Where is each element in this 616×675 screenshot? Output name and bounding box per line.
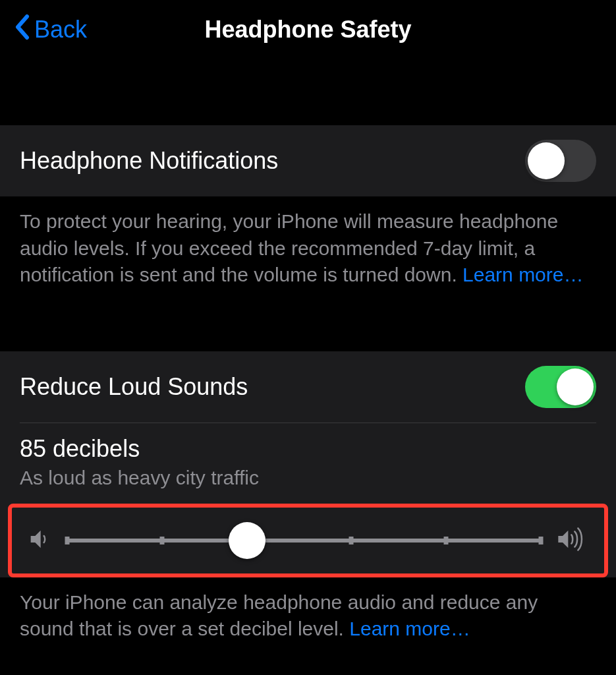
decibel-value: 85 decibels [20, 435, 596, 463]
slider-tick [539, 537, 544, 544]
reduce-learn-more-link[interactable]: Learn more… [349, 618, 470, 639]
slider-tick [65, 537, 70, 544]
headphone-notifications-label: Headphone Notifications [20, 147, 278, 175]
volume-high-icon [555, 526, 590, 555]
back-button[interactable]: Back [13, 14, 87, 46]
volume-low-icon [26, 526, 53, 555]
slider-tick [349, 537, 354, 544]
notifications-learn-more-link[interactable]: Learn more… [462, 264, 583, 285]
toggle-knob [557, 368, 594, 405]
reduce-loud-sounds-toggle[interactable] [525, 366, 596, 408]
row-reduce-loud-sounds: Reduce Loud Sounds [0, 351, 616, 423]
slider-track [67, 539, 541, 543]
page-title: Headphone Safety [204, 16, 411, 44]
section-reduce-loud-sounds: Reduce Loud Sounds 85 decibels As loud a… [0, 351, 616, 577]
slider-tick [444, 537, 449, 544]
back-label: Back [34, 16, 87, 44]
nav-header: Back Headphone Safety [0, 0, 616, 59]
decibel-description: As loud as heavy city traffic [20, 467, 596, 489]
chevron-left-icon [13, 14, 30, 46]
section-gap [0, 315, 616, 351]
decibel-readout: 85 decibels As loud as heavy city traffi… [0, 423, 616, 492]
slider-thumb[interactable] [229, 522, 266, 559]
row-headphone-notifications: Headphone Notifications [0, 125, 616, 196]
headphone-notifications-toggle[interactable] [525, 140, 596, 182]
section-notifications: Headphone Notifications [0, 125, 616, 196]
reduce-footer: Your iPhone can analyze headphone audio … [0, 577, 616, 662]
notifications-footer: To protect your hearing, your iPhone wil… [0, 196, 616, 315]
decibel-slider-highlight [8, 504, 608, 577]
decibel-slider[interactable] [67, 526, 541, 555]
spacer [0, 59, 616, 125]
reduce-loud-sounds-label: Reduce Loud Sounds [20, 373, 248, 401]
slider-tick [159, 537, 164, 544]
toggle-knob [528, 142, 565, 179]
